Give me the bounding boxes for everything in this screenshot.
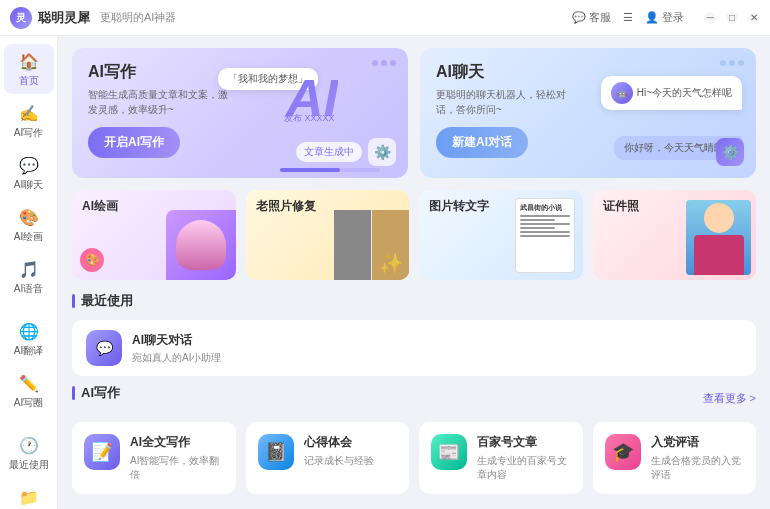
ai-draw-feature-card[interactable]: AI绘画 🎨 [72,190,236,280]
full-write-info: AI全文写作 AI智能写作，效率翻倍 [130,434,224,482]
chat-settings-button[interactable]: ⚙️ [716,138,744,166]
progress-area: 发布 XXXXX [284,112,394,128]
experience-info: 心得体会 记录成长与经验 [304,434,374,468]
baijia-name: 百家号文章 [477,434,571,451]
draw-icon: 🎨 [18,206,40,228]
experience-icon: 📓 [258,434,294,470]
dot-1 [372,60,378,66]
app-subtitle: 更聪明的AI神器 [100,10,176,25]
recent-item-ai-chat[interactable]: 💬 AI聊天对话 宛如真人的AI小助理 [72,320,756,376]
tool-baijia[interactable]: 📰 百家号文章 生成专业的百家号文章内容 [419,422,583,494]
recent-item-desc: 宛如真人的AI小助理 [132,351,221,365]
chat-dot-3 [738,60,744,66]
photo-restore-label: 老照片修复 [256,198,316,215]
sidebar-draw-label: AI绘画 [14,230,43,244]
ai-write-section-title: AI写作 [72,384,120,402]
full-write-icon: 📝 [84,434,120,470]
full-write-desc: AI智能写作，效率翻倍 [130,454,224,482]
sidebar-item-ai-chat[interactable]: 💬 AI聊天 [4,148,54,198]
tool-evaluation[interactable]: 🎓 入党评语 生成合格党员的入党评语 [593,422,757,494]
customer-service-label: 客服 [589,10,611,25]
ai-write-see-more-button[interactable]: 查看更多 > [703,391,756,406]
circle-icon: ✏️ [18,372,40,394]
translate-icon: 🌐 [18,320,40,342]
sidebar-item-ai-translate[interactable]: 🌐 AI翻译 [4,314,54,364]
img-to-text-feature-card[interactable]: 图片转文字 武昌街的小说 [419,190,583,280]
app-name: 聪明灵犀 [38,9,90,27]
sidebar: 🏠 首页 ✍️ AI写作 💬 AI聊天 🎨 AI绘画 🎵 AI语音 🌐 AI翻译… [0,36,58,509]
img-to-text-image: 武昌街的小说 [515,198,575,273]
sidebar-home-label: 首页 [19,74,39,88]
ai-write-section-header: AI写作 查看更多 > [72,384,756,412]
menu-button[interactable]: ☰ [623,11,633,24]
sidebar-circle-label: AI写圈 [14,396,43,410]
ai-write-tools-grid: 📝 AI全文写作 AI智能写作，效率翻倍 📓 心得体会 记录成长与经验 📰 [72,422,756,494]
evaluation-info: 入党评语 生成合格党员的入党评语 [651,434,745,482]
chat-icon: 💬 [18,154,40,176]
recent-item-title: AI聊天对话 [132,332,221,349]
sidebar-item-ai-circle[interactable]: ✏️ AI写圈 [4,366,54,416]
write-hero-desc: 智能生成高质量文章和文案，激发灵感，效率级升~ [88,87,228,117]
login-button[interactable]: 👤 登录 [645,10,684,25]
chat-dot-2 [729,60,735,66]
sidebar-item-ai-write[interactable]: ✍️ AI写作 [4,96,54,146]
sidebar-chat-label: AI聊天 [14,178,43,192]
experience-name: 心得体会 [304,434,374,451]
hero-row: AI写作 智能生成高质量文章和文案，激发灵感，效率级升~ 开启AI写作 「我和我… [72,48,756,178]
sidebar-translate-label: AI翻译 [14,344,43,358]
ai-write-hero-card: AI写作 智能生成高质量文章和文案，激发灵感，效率级升~ 开启AI写作 「我和我… [72,48,408,178]
ai-draw-image [166,210,236,280]
write-icon: ✍️ [18,102,40,124]
id-photo-image [686,200,751,275]
window-controls: ─ □ ✕ [704,12,760,24]
menu-icon: ☰ [623,11,633,24]
customer-service-button[interactable]: 💬 客服 [572,10,611,25]
chat-hi-text: Hi~今天的天气怎样呢 [637,86,732,100]
minimize-button[interactable]: ─ [704,12,716,24]
photo-restore-feature-card[interactable]: 老照片修复 ✨ [246,190,410,280]
recent-item-icon: 💬 [86,330,122,366]
user-icon: 👤 [645,11,659,24]
start-ai-write-button[interactable]: 开启AI写作 [88,127,180,158]
progress-bar-container [280,168,380,172]
full-write-name: AI全文写作 [130,434,224,451]
chat-avatar: 🤖 [611,82,633,104]
recent-section: 最近使用 💬 AI聊天对话 宛如真人的AI小助理 [72,292,756,376]
chat-hero-desc: 更聪明的聊天机器人，轻松对话，答你所问~ [436,87,576,117]
dot-3 [390,60,396,66]
new-ai-chat-button[interactable]: 新建AI对话 [436,127,528,158]
dots-decoration [372,60,396,66]
ai-chat-hero-card: AI聊天 更聪明的聊天机器人，轻松对话，答你所问~ 新建AI对话 🤖 Hi~今天… [420,48,756,178]
progress-bar-fill [280,168,340,172]
baijia-icon: 📰 [431,434,467,470]
voice-icon: 🎵 [18,258,40,280]
recent-icon: 🕐 [18,434,40,456]
files-icon: 📁 [18,486,40,508]
dot-2 [381,60,387,66]
photo-restore-image: ✨ [334,210,409,280]
sidebar-item-my-files[interactable]: 📁 我的文件 [4,480,54,509]
maximize-button[interactable]: □ [726,12,738,24]
sidebar-item-recent[interactable]: 🕐 最近使用 [4,428,54,478]
chat-dots-decoration [720,60,744,66]
recent-item-info: AI聊天对话 宛如真人的AI小助理 [132,332,221,365]
baijia-info: 百家号文章 生成专业的百家号文章内容 [477,434,571,482]
chat-icon: 💬 [572,11,586,24]
close-button[interactable]: ✕ [748,12,760,24]
tool-full-write[interactable]: 📝 AI全文写作 AI智能写作，效率翻倍 [72,422,236,494]
tool-experience[interactable]: 📓 心得体会 记录成长与经验 [246,422,410,494]
evaluation-name: 入党评语 [651,434,745,451]
sidebar-recent-label: 最近使用 [9,458,49,472]
sidebar-item-ai-draw[interactable]: 🎨 AI绘画 [4,200,54,250]
ai-draw-label: AI绘画 [82,198,118,215]
main-layout: 🏠 首页 ✍️ AI写作 💬 AI聊天 🎨 AI绘画 🎵 AI语音 🌐 AI翻译… [0,36,770,509]
home-icon: 🏠 [18,50,40,72]
logo-icon: 灵 [10,7,32,29]
recent-section-title: 最近使用 [72,292,756,310]
chat-dot-1 [720,60,726,66]
write-settings-button[interactable]: ⚙️ [368,138,396,166]
sidebar-item-home[interactable]: 🏠 首页 [4,44,54,94]
id-photo-feature-card[interactable]: 证件照 [593,190,757,280]
sidebar-item-ai-voice[interactable]: 🎵 AI语音 [4,252,54,302]
ai-draw-icon: 🎨 [80,248,104,272]
